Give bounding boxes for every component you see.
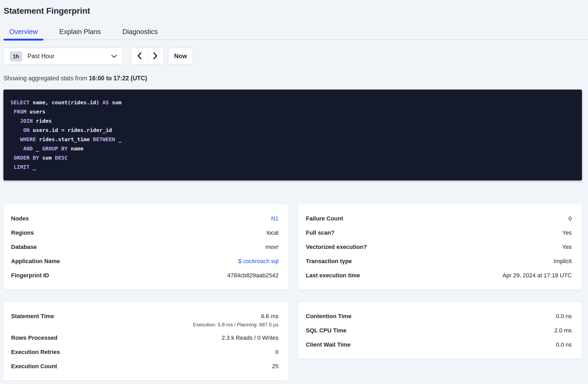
- row-label: Application Name: [11, 258, 60, 265]
- row-label: Last execution time: [306, 272, 360, 279]
- row-label: Nodes: [11, 215, 29, 222]
- summary-cards: NodesN1RegionslocalDatabasemovrApplicati…: [3, 204, 582, 381]
- row-value-link[interactable]: $ cockroach sql: [238, 258, 278, 265]
- time-range-badge: 1h: [10, 51, 22, 61]
- row-value: Implicit: [554, 258, 572, 265]
- row-value: 25: [272, 363, 278, 370]
- sql-keyword: AND: [23, 145, 33, 152]
- row-label: Execution Retries: [11, 349, 60, 356]
- card-row: Regionslocal: [11, 226, 278, 240]
- sql-line: LIMIT _: [11, 163, 574, 172]
- card-row: Rows Processed2.3 k Reads / 0 Writes: [11, 331, 278, 345]
- row-value: movr: [266, 244, 278, 250]
- sql-text: name, count(rides.id): [29, 99, 102, 106]
- prev-time-button[interactable]: [131, 48, 147, 65]
- tab-diagnostics[interactable]: Diagnostics: [117, 28, 163, 39]
- sql-text: [11, 109, 14, 115]
- sql-text: rides: [33, 118, 52, 124]
- row-label: Failure Count: [306, 215, 343, 222]
- sql-text: _: [115, 136, 121, 142]
- sql-keyword: DESC: [55, 155, 68, 161]
- sql-keyword: ORDER BY: [14, 155, 39, 161]
- row-label: Statement Time: [11, 313, 54, 320]
- card-row: Transaction typeImplicit: [306, 254, 572, 268]
- card-row: Databasemovr: [11, 240, 278, 254]
- sql-text: _: [29, 164, 36, 170]
- sql-text: [11, 127, 23, 133]
- chevron-left-icon: [137, 52, 142, 60]
- row-value: 2.0 ms: [554, 327, 572, 334]
- row-value: 6.6 ms: [261, 313, 278, 320]
- card-row: Last execution timeApr 29, 2024 at 17:18…: [306, 268, 572, 283]
- tab-explain-plans[interactable]: Explain Plans: [53, 28, 107, 39]
- tab-overview[interactable]: Overview: [3, 28, 43, 39]
- row-value: Yes: [562, 244, 572, 250]
- sql-keyword: FROM: [14, 109, 26, 115]
- sql-keyword: AS: [102, 99, 109, 106]
- sql-keyword: GROUP BY: [42, 145, 67, 152]
- now-button[interactable]: Now: [168, 48, 193, 65]
- page-title: Statement Fingerprint: [3, 6, 582, 16]
- statement-details-card: NodesN1RegionslocalDatabasemovrApplicati…: [3, 204, 289, 290]
- time-range-label: Past Hour: [27, 53, 54, 60]
- sql-keyword: BETWEEN: [93, 136, 115, 142]
- sql-keyword: ON: [23, 127, 29, 133]
- sql-text: [11, 155, 14, 161]
- sql-text: rides.start_time: [36, 136, 93, 142]
- execution-attributes-card: Failure Count0Full scan?YesVectorized ex…: [298, 204, 582, 290]
- card-row: Execution Retries0: [11, 345, 278, 359]
- row-value: 0: [569, 215, 572, 222]
- sql-text: users.id = rides.rider_id: [29, 127, 112, 133]
- sql-statement-box: SELECT name, count(rides.id) AS sum FROM…: [3, 90, 582, 180]
- time-step-group: [131, 48, 164, 65]
- sql-code: SELECT name, count(rides.id) AS sum FROM…: [11, 98, 574, 172]
- sql-line: AND _ GROUP BY name: [11, 144, 574, 153]
- wait-time-card: Contention Time0.0 nsSQL CPU Time2.0 msC…: [298, 302, 582, 359]
- sql-text: [11, 136, 20, 142]
- stats-prefix: Showing aggregated stats from: [3, 75, 87, 82]
- sql-keyword: WHERE: [20, 136, 36, 142]
- row-value: 0: [275, 349, 278, 356]
- row-label: Vectorized execution?: [306, 244, 367, 250]
- tabs: OverviewExplain PlansDiagnostics: [3, 28, 588, 40]
- sql-line: WHERE rides.start_time BETWEEN _: [11, 135, 574, 144]
- stats-range: 16:00 to 17:22 (UTC): [89, 75, 147, 82]
- sql-text: [11, 145, 23, 152]
- row-value: 4784cb829aab2542: [227, 272, 278, 279]
- row-value: 0.0 ns: [556, 341, 572, 348]
- card-row: SQL CPU Time2.0 ms: [306, 323, 572, 338]
- row-label: Client Wait Time: [306, 341, 351, 348]
- row-label: Fingerprint ID: [11, 272, 49, 279]
- card-row: Full scan?Yes: [306, 226, 572, 240]
- row-label: Regions: [11, 229, 34, 236]
- row-label: Rows Processed: [11, 334, 57, 341]
- row-value: Apr 29, 2024 at 17:18 UTC: [502, 272, 572, 279]
- sql-text: sum: [109, 99, 121, 106]
- sql-line: FROM users: [11, 107, 574, 116]
- sql-text: users: [26, 109, 45, 115]
- sql-line: ORDER BY sum DESC: [11, 153, 574, 163]
- row-label: Execution Count: [11, 363, 57, 370]
- sql-text: [11, 118, 20, 124]
- card-row: Application Name$ cockroach sql: [11, 254, 278, 268]
- row-value: 0.0 ns: [556, 313, 572, 320]
- card-row: NodesN1: [11, 211, 278, 226]
- row-value-link[interactable]: N1: [271, 215, 278, 222]
- time-range-select[interactable]: 1h Past Hour: [3, 48, 123, 65]
- next-time-button[interactable]: [147, 48, 164, 65]
- row-value-breakdown: Execution: 5.8 ms / Planning: 687.5 µs: [11, 321, 278, 328]
- sql-text: _: [33, 145, 42, 152]
- sql-line: JOIN rides: [11, 116, 574, 126]
- row-value: 2.3 k Reads / 0 Writes: [222, 334, 278, 341]
- chevron-down-icon: [111, 55, 117, 58]
- chevron-right-icon: [153, 52, 158, 60]
- card-row: Contention Time0.0 ns: [306, 309, 572, 323]
- sql-text: sum: [39, 155, 55, 161]
- card-row: Vectorized execution?Yes: [306, 240, 572, 254]
- sql-line: SELECT name, count(rides.id) AS sum: [11, 98, 574, 107]
- sql-line: ON users.id = rides.rider_id: [11, 126, 574, 135]
- sql-keyword: LIMIT: [14, 164, 29, 170]
- sql-text: [11, 164, 14, 170]
- row-label: Contention Time: [306, 313, 351, 320]
- statement-fingerprint-page: Statement Fingerprint OverviewExplain Pl…: [0, 0, 588, 381]
